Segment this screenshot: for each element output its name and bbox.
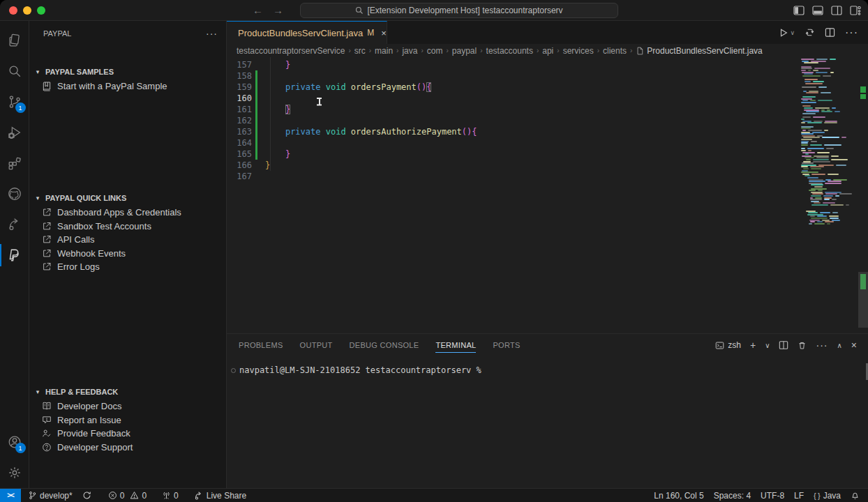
command-center-search[interactable]: [Extension Development Host] testaccount…: [300, 3, 618, 18]
section-header-help[interactable]: ▾HELP & FEEDBACK: [29, 384, 226, 400]
run-java-icon[interactable]: [779, 28, 788, 38]
sidebar-item[interactable]: Start with a PayPal Sample: [29, 79, 226, 93]
panel-tab-debug-console[interactable]: DEBUG CONSOLE: [350, 334, 419, 356]
sidebar-item[interactable]: Developer Support: [29, 441, 226, 455]
notifications-bell[interactable]: [846, 491, 868, 500]
sidebar-item[interactable]: Webhook Events: [29, 247, 226, 261]
eol-setting[interactable]: LF: [789, 491, 809, 501]
panel-tab-terminal[interactable]: TERMINAL: [435, 334, 476, 356]
sync-button[interactable]: [77, 489, 96, 502]
live-share-icon: [7, 217, 22, 232]
breadcrumb-item[interactable]: ProductBundlesServClient.java: [636, 46, 762, 56]
breadcrumb-item[interactable]: services: [563, 46, 594, 56]
section-header-quicklinks[interactable]: ▾PAYPAL QUICK LINKS: [29, 190, 226, 206]
language-mode[interactable]: { } Java: [809, 491, 846, 501]
breadcrumb-item[interactable]: paypal: [452, 46, 477, 56]
editor-scrollbar[interactable]: [858, 272, 868, 328]
cursor-position[interactable]: Ln 160, Col 5: [649, 491, 708, 501]
sidebar-more-actions-icon[interactable]: ···: [206, 28, 218, 39]
new-terminal-icon[interactable]: +: [750, 340, 756, 351]
line-number: 167: [227, 171, 252, 182]
editor-more-actions-icon[interactable]: ···: [845, 26, 858, 39]
terminal-dropdown-chevron-icon[interactable]: ∨: [765, 342, 770, 349]
run-dropdown-chevron-icon[interactable]: ∨: [790, 29, 795, 36]
window-title: [Extension Development Host] testaccount…: [367, 6, 562, 15]
activity-item-run-debug[interactable]: [0, 117, 29, 148]
minimize-window-button[interactable]: [23, 6, 31, 15]
activity-item-settings[interactable]: [0, 457, 29, 488]
split-terminal-icon[interactable]: [779, 340, 788, 350]
overview-ruler: [858, 57, 868, 333]
minimap[interactable]: [800, 57, 858, 333]
toggle-secondary-sidebar-icon[interactable]: [831, 5, 842, 16]
toggle-panel-icon[interactable]: [812, 5, 823, 16]
sidebar-item[interactable]: API Calls: [29, 233, 226, 247]
code-line-164[interactable]: 164: [227, 137, 800, 149]
breadcrumb-item[interactable]: src: [354, 46, 366, 56]
section-header-samples[interactable]: ▾PAYPAL SAMPLES: [29, 64, 226, 79]
activity-item-github[interactable]: [0, 178, 29, 209]
tab-close-icon[interactable]: ×: [381, 28, 387, 38]
ports-indicator[interactable]: 0: [157, 489, 184, 502]
activity-item-live-share[interactable]: [0, 209, 29, 240]
terminal-shell-label[interactable]: zsh: [715, 340, 741, 350]
code-line-157[interactable]: 157 }: [227, 59, 800, 70]
close-window-button[interactable]: [9, 6, 17, 15]
panel-tab-problems[interactable]: PROBLEMS: [239, 334, 283, 356]
code-line-167[interactable]: 167: [227, 171, 800, 182]
sidebar-item[interactable]: Sandbox Test Accounts: [29, 220, 226, 234]
activity-item-explorer[interactable]: [0, 25, 29, 56]
indentation-setting[interactable]: Spaces: 4: [709, 491, 756, 501]
tab-productbundlesservclient[interactable]: ProductBundlesServClient.java M ×: [227, 21, 387, 44]
breadcrumb-item[interactable]: com: [427, 46, 443, 56]
activity-item-extensions[interactable]: [0, 148, 29, 178]
code-line-162[interactable]: 162: [227, 115, 800, 126]
panel-tab-output[interactable]: OUTPUT: [300, 334, 333, 356]
toggle-sidebar-icon[interactable]: [793, 5, 805, 16]
panel-more-actions-icon[interactable]: ···: [816, 340, 828, 351]
panel-tab-ports[interactable]: PORTS: [493, 334, 520, 356]
breadcrumb-item[interactable]: java: [402, 46, 417, 56]
open-changes-icon[interactable]: [805, 27, 815, 38]
activity-item-paypal[interactable]: [0, 240, 29, 271]
sidebar-item[interactable]: Report an Issue: [29, 413, 226, 427]
sidebar-item[interactable]: Dashboard Apps & Credentials: [29, 206, 226, 220]
code-line-166[interactable]: 166}: [227, 160, 800, 171]
breadcrumb-item[interactable]: testaccounts: [486, 46, 533, 56]
breadcrumb-item[interactable]: api: [542, 46, 553, 56]
remote-indicator[interactable]: ><: [0, 489, 21, 502]
breadcrumb-item[interactable]: main: [375, 46, 393, 56]
customize-layout-icon[interactable]: [850, 5, 861, 16]
maximize-panel-icon[interactable]: ∧: [837, 342, 841, 349]
navigate-forward-icon[interactable]: →: [273, 4, 283, 16]
breadcrumb-item[interactable]: testaccountraptorservService: [237, 46, 345, 56]
sidebar-item[interactable]: Developer Docs: [29, 400, 226, 413]
sidebar-item[interactable]: Error Logs: [29, 260, 226, 274]
code-line-163[interactable]: 163 private void ordersAuthorizePayment(…: [227, 126, 800, 137]
code-line-159[interactable]: 159 private void ordersPayment(){: [227, 82, 800, 93]
external-link-icon: [41, 261, 52, 272]
split-editor-icon[interactable]: [825, 27, 835, 38]
kill-terminal-icon[interactable]: [798, 341, 807, 350]
zoom-window-button[interactable]: [37, 6, 45, 15]
code-line-158[interactable]: 158: [227, 70, 800, 82]
sidebar-section-samples: ▾PAYPAL SAMPLESStart with a PayPal Sampl…: [29, 64, 226, 93]
close-panel-icon[interactable]: ×: [851, 340, 857, 351]
activity-item-search[interactable]: [0, 56, 29, 86]
problems-indicator[interactable]: 0 0: [103, 489, 151, 502]
activity-item-source-control[interactable]: 1: [0, 86, 29, 117]
code-line-161[interactable]: 161 }: [227, 104, 800, 115]
line-number: 159: [227, 82, 252, 93]
terminal-area[interactable]: navpatil@LM-SJN-21018652 testaccountrapt…: [227, 356, 868, 488]
code-line-160[interactable]: 160: [227, 93, 800, 104]
live-share-button[interactable]: Live Share: [189, 489, 251, 502]
navigate-back-icon[interactable]: ←: [253, 4, 263, 16]
code-line-165[interactable]: 165 }: [227, 149, 800, 160]
code-editor[interactable]: 157 }158159 private void ordersPayment()…: [227, 57, 868, 333]
sidebar-item[interactable]: Provide Feedback: [29, 427, 226, 441]
branch-indicator[interactable]: develop*: [21, 489, 77, 502]
encoding-setting[interactable]: UTF-8: [756, 491, 789, 501]
breadcrumb-item[interactable]: clients: [603, 46, 627, 56]
line-number: 162: [227, 115, 252, 126]
activity-item-accounts[interactable]: 1: [0, 427, 29, 457]
